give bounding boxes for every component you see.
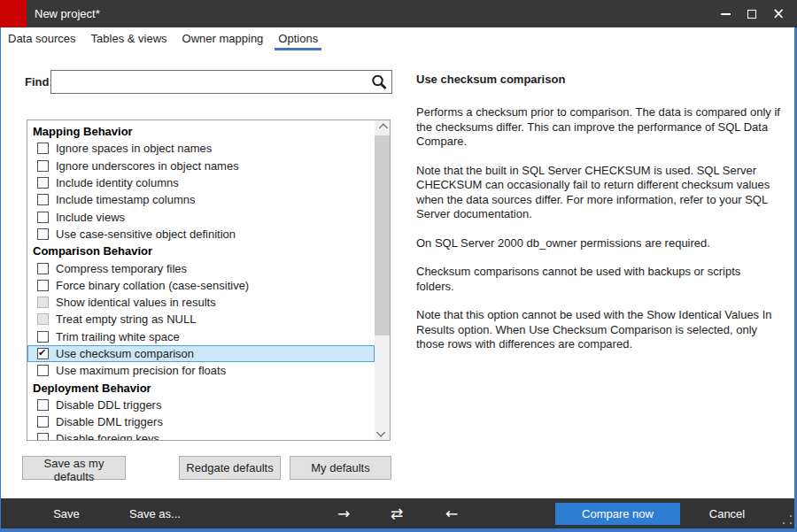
option-row[interactable]: Show identical values in results xyxy=(27,294,375,311)
checkbox-icon[interactable] xyxy=(37,416,49,428)
option-label: Show identical values in results xyxy=(56,296,216,309)
option-row[interactable]: Trim trailing white space xyxy=(27,328,375,345)
scrollbar-thumb[interactable] xyxy=(375,135,390,335)
checkbox-icon[interactable] xyxy=(37,228,49,240)
option-row[interactable]: Include timestamp columns xyxy=(27,191,375,208)
checkbox-disabled-icon xyxy=(37,313,49,325)
maximize-button[interactable] xyxy=(739,0,765,27)
checkbox-icon[interactable] xyxy=(37,177,49,189)
option-description-panel: Use checksum comparison Performs a check… xyxy=(416,73,781,366)
save-button[interactable]: Save xyxy=(40,498,93,528)
save-as-button[interactable]: Save as... xyxy=(124,498,186,528)
close-button[interactable]: × xyxy=(765,0,792,27)
option-row[interactable]: Disable DDL triggers xyxy=(27,397,375,413)
new-project-dialog: New project* × Data sources Tables & vie… xyxy=(0,0,797,532)
option-label: Treat empty string as NULL xyxy=(56,312,196,326)
option-row[interactable]: Use case-sensitive object definition xyxy=(27,226,375,243)
option-row[interactable]: Include identity columns xyxy=(27,174,375,191)
option-label: Disable DML triggers xyxy=(56,415,163,428)
minimize-icon xyxy=(721,13,731,15)
description-paragraph: Performs a checksum prior to comparison.… xyxy=(416,105,781,150)
tab-bar: Data sources Tables & views Owner mappin… xyxy=(0,27,793,51)
chevron-up-icon xyxy=(379,124,388,133)
resize-grip[interactable] xyxy=(783,515,792,524)
option-label: Include views xyxy=(56,211,125,224)
vertical-scrollbar[interactable] xyxy=(375,120,390,440)
checkbox-icon[interactable] xyxy=(37,433,49,441)
description-paragraph: Checksum comparisons cannot be used with… xyxy=(416,265,781,294)
description-paragraph: On SQL Server 2000 db_owner permissions … xyxy=(416,236,781,251)
tab-options[interactable]: Options xyxy=(275,32,321,50)
window-title: New project* xyxy=(35,7,100,20)
options-list-items: Mapping Behavior Ignore spaces in object… xyxy=(27,120,375,441)
option-label: Ignore spaces in object names xyxy=(56,142,212,155)
checkbox-icon[interactable] xyxy=(37,143,49,154)
app-logo-icon xyxy=(0,0,27,27)
maximize-icon xyxy=(747,10,756,19)
option-label: Compress temporary files xyxy=(56,262,187,275)
checkbox-icon[interactable] xyxy=(37,160,49,172)
tab-owner-mapping[interactable]: Owner mapping xyxy=(179,32,267,50)
option-label: Use checksum comparison xyxy=(56,347,194,360)
save-as-my-defaults-button[interactable]: Save as my defaults xyxy=(22,456,126,480)
chevron-down-icon xyxy=(376,428,385,437)
search-icon xyxy=(370,73,388,91)
checkbox-icon[interactable] xyxy=(37,263,49,274)
checkbox-disabled-icon xyxy=(37,297,49,308)
option-row[interactable]: Compress temporary files xyxy=(27,259,375,276)
map-right-arrow-icon[interactable]: → xyxy=(326,498,361,528)
cancel-button[interactable]: Cancel xyxy=(700,498,754,528)
option-row[interactable]: Ignore spaces in object names xyxy=(27,140,375,157)
checkbox-icon[interactable] xyxy=(37,280,49,291)
option-label: Disable foreign keys xyxy=(56,432,159,441)
description-title: Use checksum comparison xyxy=(416,73,781,86)
section-header: Mapping Behavior xyxy=(27,123,375,140)
option-row[interactable]: Ignore underscores in object names xyxy=(27,158,375,174)
checkbox-checked-icon[interactable] xyxy=(37,348,49,359)
option-label: Disable DDL triggers xyxy=(56,398,161,412)
map-left-arrow-icon[interactable]: ← xyxy=(434,498,469,528)
bottom-action-bar: Save Save as... → ⇄ ← Compare now Cancel xyxy=(0,498,797,528)
tab-data-sources[interactable]: Data sources xyxy=(4,32,80,50)
checkbox-icon[interactable] xyxy=(37,194,49,205)
window-controls: × xyxy=(712,0,792,27)
tab-tables-views[interactable]: Tables & views xyxy=(88,32,171,50)
section-header: Comparison Behavior xyxy=(27,243,375,259)
option-row[interactable]: Use maximum precision for floats xyxy=(27,362,375,379)
close-icon: × xyxy=(772,6,785,21)
option-label: Use maximum precision for floats xyxy=(56,364,226,377)
my-defaults-button[interactable]: My defaults xyxy=(290,456,391,480)
window-border xyxy=(0,528,797,532)
section-header: Deployment Behavior xyxy=(27,379,375,396)
window-border xyxy=(0,27,1,532)
option-label: Trim trailing white space xyxy=(56,330,180,343)
redgate-defaults-button[interactable]: Redgate defaults xyxy=(179,456,281,480)
find-input[interactable] xyxy=(50,70,392,94)
description-paragraph: Note that the built in SQL Server CHECKS… xyxy=(416,164,781,222)
swap-direction-icon[interactable]: ⇄ xyxy=(379,498,414,528)
option-label: Include identity columns xyxy=(56,176,179,189)
option-row[interactable]: Force binary collation (case-sensitive) xyxy=(27,277,375,294)
checkbox-icon[interactable] xyxy=(37,365,49,376)
options-list: Mapping Behavior Ignore spaces in object… xyxy=(27,120,391,441)
checkbox-icon[interactable] xyxy=(37,212,49,223)
option-row[interactable]: Include views xyxy=(27,208,375,225)
minimize-button[interactable] xyxy=(712,0,739,27)
checkbox-icon[interactable] xyxy=(37,399,49,411)
scroll-up-button[interactable] xyxy=(375,120,390,135)
title-bar: New project* × xyxy=(0,0,797,27)
find-label: Find: xyxy=(25,75,53,89)
compare-now-button[interactable]: Compare now xyxy=(555,503,680,525)
option-row[interactable]: Disable DML triggers xyxy=(27,413,375,430)
option-label: Include timestamp columns xyxy=(56,193,196,206)
scroll-down-button[interactable] xyxy=(375,425,390,440)
option-row[interactable]: Treat empty string as NULL xyxy=(27,311,375,328)
option-label: Force binary collation (case-sensitive) xyxy=(56,279,249,292)
option-label: Ignore underscores in object names xyxy=(56,159,239,173)
option-label: Use case-sensitive object definition xyxy=(56,227,236,241)
option-row-selected[interactable]: Use checksum comparison xyxy=(27,345,375,362)
description-paragraph: Note that this option cannot be used wit… xyxy=(416,308,781,352)
checkbox-icon[interactable] xyxy=(37,331,49,343)
option-row[interactable]: Disable foreign keys xyxy=(27,430,375,441)
